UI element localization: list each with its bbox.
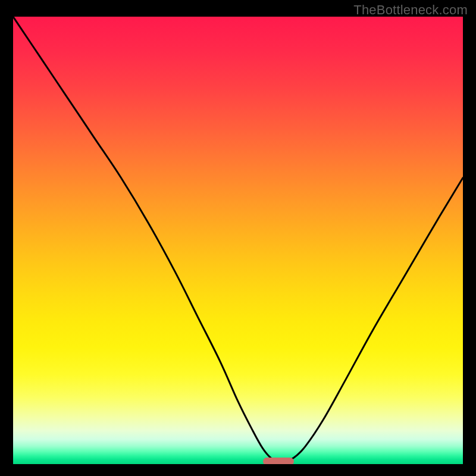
optimal-range-marker bbox=[263, 458, 295, 464]
watermark-text: TheBottleneck.com bbox=[353, 2, 468, 18]
chart-frame: TheBottleneck.com bbox=[0, 0, 476, 476]
bottleneck-curve bbox=[13, 17, 463, 462]
curve-layer bbox=[13, 17, 463, 464]
plot-area bbox=[13, 17, 463, 464]
